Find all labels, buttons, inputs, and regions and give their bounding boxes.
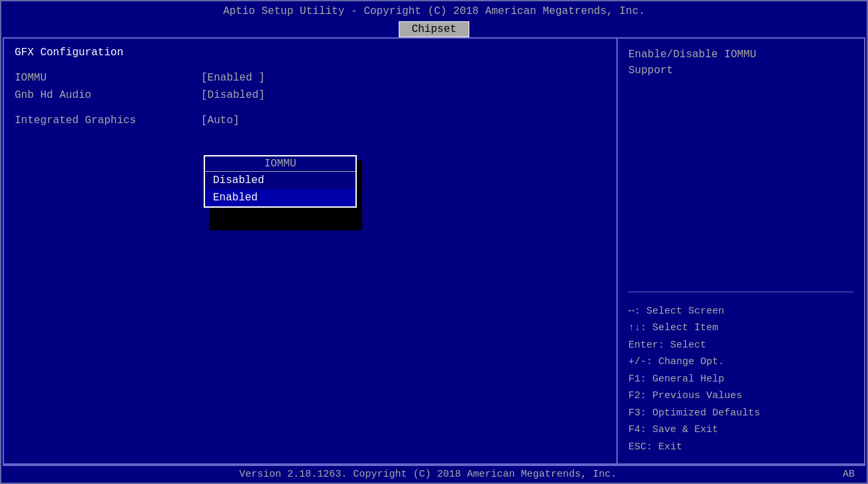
key-hint-enter: Enter: Select <box>628 337 853 354</box>
key-hint-f2: F2: Previous Values <box>628 387 853 405</box>
footer: Version 2.18.1263. Copyright (C) 2018 Am… <box>3 465 865 483</box>
key-hint-f3: F3: Optimized Defaults <box>628 405 853 422</box>
key-hint-screen: ↔: Select Screen <box>628 303 853 320</box>
integrated-graphics-row: Integrated Graphics [Auto] <box>15 115 606 126</box>
key-hint-change: +/-: Change Opt. <box>628 354 853 371</box>
bios-setup-utility: Aptio Setup Utility - Copyright (C) 2018… <box>0 0 868 484</box>
gnb-hd-audio-label: Gnb Hd Audio <box>15 89 201 101</box>
title-bar: Aptio Setup Utility - Copyright (C) 2018… <box>1 1 867 19</box>
key-hint-f1: F1: General Help <box>628 371 853 388</box>
title-text: Aptio Setup Utility - Copyright (C) 2018… <box>223 5 645 17</box>
key-hint-f4: F4: Save & Exit <box>628 421 853 439</box>
dropdown-title: IOMMU <box>205 156 355 172</box>
footer-badge: AB <box>843 469 855 480</box>
dropdown-box: IOMMU Disabled Enabled <box>204 155 357 208</box>
section-title: GFX Configuration <box>15 47 606 59</box>
footer-text: Version 2.18.1263. Copyright (C) 2018 Am… <box>13 469 843 480</box>
key-hint-esc: ESC: Exit <box>628 439 853 456</box>
iommu-dropdown[interactable]: IOMMU Disabled Enabled <box>204 155 357 208</box>
dropdown-item-enabled[interactable]: Enabled <box>205 189 355 206</box>
iommu-row: IOMMU [Enabled ] <box>15 72 606 84</box>
tab-row: Chipset <box>1 19 867 37</box>
key-hints: ↔: Select Screen ↑↓: Select Item Enter: … <box>628 303 853 456</box>
left-panel: GFX Configuration IOMMU [Enabled ] Gnb H… <box>4 39 618 463</box>
main-content: GFX Configuration IOMMU [Enabled ] Gnb H… <box>3 37 865 465</box>
right-panel: Enable/Disable IOMMUSupport ↔: Select Sc… <box>618 39 864 463</box>
iommu-value[interactable]: [Enabled ] <box>201 72 265 84</box>
key-hint-item: ↑↓: Select Item <box>628 320 853 337</box>
divider <box>628 292 853 292</box>
gnb-hd-audio-value[interactable]: [Disabled] <box>201 89 265 101</box>
dropdown-item-disabled[interactable]: Disabled <box>205 172 355 189</box>
gnb-hd-audio-row: Gnb Hd Audio [Disabled] <box>15 89 606 101</box>
integrated-graphics-label: Integrated Graphics <box>15 115 201 126</box>
integrated-graphics-value[interactable]: [Auto] <box>201 115 240 126</box>
help-text: Enable/Disable IOMMUSupport <box>628 47 853 79</box>
iommu-label: IOMMU <box>15 72 201 84</box>
tab-chipset[interactable]: Chipset <box>399 21 469 37</box>
